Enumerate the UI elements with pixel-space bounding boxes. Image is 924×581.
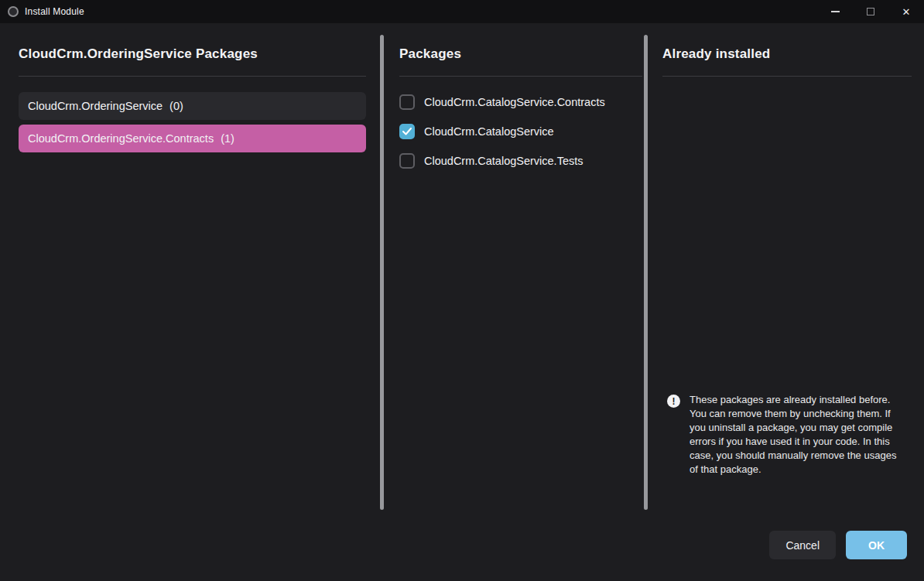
already-installed-title: Already installed (662, 46, 912, 77)
package-list: CloudCrm.CatalogService.Contracts CloudC… (399, 93, 642, 169)
checkbox-unchecked[interactable] (399, 94, 415, 110)
uninstall-warning-note: ! These packages are already installed b… (667, 393, 901, 477)
titlebar: Install Module ✕ (0, 0, 924, 23)
package-label: CloudCrm.CatalogService.Contracts (424, 96, 605, 108)
module-item-orderingservice[interactable]: CloudCrm.OrderingService (0) (19, 92, 366, 120)
install-module-window: Install Module ✕ CloudCrm.OrderingServic… (0, 0, 924, 581)
module-item-label: CloudCrm.OrderingService (28, 100, 163, 112)
cancel-button[interactable]: Cancel (769, 531, 836, 559)
module-item-orderingservice-contracts[interactable]: CloudCrm.OrderingService.Contracts (1) (19, 125, 366, 152)
already-installed-panel: Already installed (662, 46, 912, 77)
minimize-button[interactable] (817, 0, 853, 23)
maximize-icon (867, 8, 874, 15)
scrollbar-middle-panel[interactable] (644, 35, 648, 510)
checkbox-unchecked[interactable] (399, 153, 415, 169)
packages-panel: Packages CloudCrm.CatalogService.Contrac… (399, 46, 642, 169)
minimize-icon (831, 11, 840, 12)
maximize-button[interactable] (853, 0, 888, 23)
info-icon: ! (667, 395, 680, 408)
package-row-catalogservice[interactable]: CloudCrm.CatalogService (399, 122, 642, 140)
scrollbar-left-panel[interactable] (380, 35, 384, 510)
module-item-count: (0) (169, 100, 183, 112)
ok-button[interactable]: OK (846, 531, 907, 559)
close-button[interactable]: ✕ (888, 0, 924, 23)
app-icon (8, 6, 19, 17)
package-row-catalogservice-tests[interactable]: CloudCrm.CatalogService.Tests (399, 152, 642, 169)
packages-panel-title: Packages (399, 46, 642, 77)
window-title: Install Module (25, 6, 84, 17)
package-label: CloudCrm.CatalogService (424, 125, 554, 138)
check-icon (402, 128, 412, 135)
modules-panel: CloudCrm.OrderingService Packages CloudC… (19, 46, 366, 152)
close-icon: ✕ (902, 7, 911, 17)
uninstall-warning-text: These packages are already installed bef… (690, 393, 897, 477)
package-row-catalogservice-contracts[interactable]: CloudCrm.CatalogService.Contracts (399, 93, 642, 111)
module-item-count: (1) (221, 132, 234, 145)
dialog-footer: Cancel OK (769, 531, 907, 559)
checkbox-checked[interactable] (399, 124, 415, 139)
module-item-label: CloudCrm.OrderingService.Contracts (28, 132, 214, 145)
modules-panel-title: CloudCrm.OrderingService Packages (19, 46, 366, 77)
window-controls: ✕ (817, 0, 924, 23)
module-list: CloudCrm.OrderingService (0) CloudCrm.Or… (19, 92, 366, 152)
package-label: CloudCrm.CatalogService.Tests (424, 155, 583, 167)
